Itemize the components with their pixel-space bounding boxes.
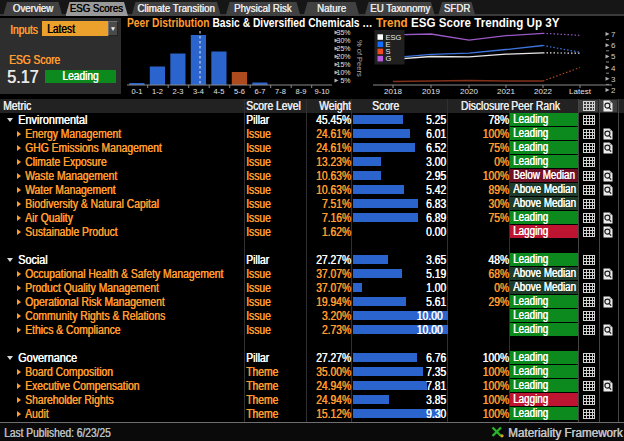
svg-text:25%: 25%	[336, 45, 350, 52]
svg-text:2020: 2020	[460, 87, 478, 96]
svg-text:20%: 20%	[336, 53, 350, 60]
svg-text:5: 5	[611, 52, 616, 61]
svg-text:6: 6	[611, 41, 616, 50]
svg-text:1-2: 1-2	[152, 87, 163, 96]
svg-text:G: G	[386, 54, 392, 63]
svg-text:2019: 2019	[422, 87, 440, 96]
svg-text:4-5: 4-5	[214, 87, 225, 96]
svg-text:15%: 15%	[336, 61, 350, 68]
svg-text:30%: 30%	[336, 37, 350, 44]
svg-text:6-7: 6-7	[255, 87, 266, 96]
svg-text:2021: 2021	[497, 87, 515, 96]
svg-text:2022: 2022	[534, 87, 552, 96]
svg-text:2-3: 2-3	[173, 87, 184, 96]
svg-text:7-8: 7-8	[275, 87, 286, 96]
svg-text:10%: 10%	[336, 69, 350, 76]
svg-text:4: 4	[611, 64, 616, 73]
svg-text:2: 2	[611, 86, 616, 95]
svg-text:0-1: 0-1	[132, 87, 143, 96]
svg-text:5%: 5%	[340, 77, 350, 84]
svg-text:Latest: Latest	[569, 87, 592, 96]
svg-text:3: 3	[611, 75, 616, 84]
svg-text:7: 7	[611, 30, 616, 39]
svg-text:35%: 35%	[336, 29, 350, 36]
svg-text:3-4: 3-4	[193, 87, 204, 96]
svg-text:5-6: 5-6	[234, 87, 245, 96]
svg-text:% of Peers: % of Peers	[355, 40, 364, 77]
svg-text:8-9: 8-9	[296, 87, 307, 96]
svg-text:9-10: 9-10	[314, 87, 329, 96]
svg-text:2018: 2018	[384, 87, 402, 96]
